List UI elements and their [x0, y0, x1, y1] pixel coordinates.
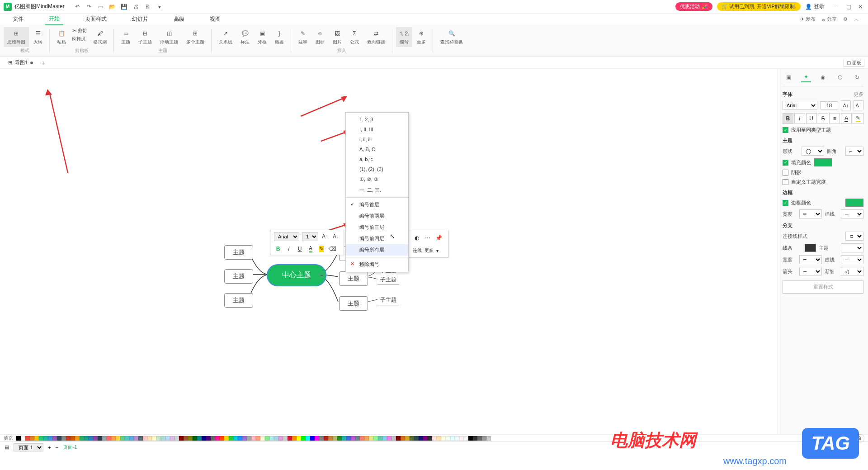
numbering-paren[interactable]: (1), (2), (3)	[346, 164, 408, 174]
number-level-3[interactable]: 编号前三层	[346, 222, 408, 233]
clear-format-button[interactable]: ⌫	[328, 245, 336, 253]
taper-select[interactable]: ◁	[841, 267, 863, 276]
copy-button[interactable]: ⎘拷贝	[71, 35, 89, 43]
color-cell[interactable]	[477, 436, 482, 441]
collapse-ribbon-button[interactable]: ︿	[854, 16, 859, 23]
color-cell[interactable]	[215, 436, 220, 441]
multi-topic-button[interactable]: ⊞多个主题	[183, 27, 208, 47]
topic-node[interactable]: 主题	[339, 296, 368, 311]
color-cell[interactable]	[193, 436, 197, 441]
color-cell[interactable]	[179, 436, 184, 441]
color-cell[interactable]	[30, 436, 34, 441]
topic-node[interactable]: 主题	[224, 293, 253, 308]
trial-expired-badge[interactable]: 🛒 试用已到期, 开通VIP解锁限制.	[717, 2, 801, 11]
color-cell[interactable]	[52, 436, 57, 441]
border-color-swatch[interactable]	[845, 199, 863, 207]
color-cell[interactable]	[373, 436, 378, 441]
color-cell[interactable]	[319, 436, 324, 441]
menu-view[interactable]: 视图	[206, 14, 224, 25]
color-cell[interactable]	[89, 436, 93, 441]
outline-mode-button[interactable]: ☰大纲	[30, 27, 46, 47]
italic-button[interactable]: I	[285, 245, 293, 253]
color-cell[interactable]	[251, 436, 256, 441]
color-cell[interactable]	[238, 436, 242, 441]
add-page-button[interactable]: +	[48, 445, 51, 450]
branch-width-select[interactable]: ━	[799, 255, 822, 264]
callout-button[interactable]: 💬标注	[237, 27, 253, 47]
shape-select[interactable]: ◯	[802, 147, 824, 156]
color-cell[interactable]	[360, 436, 364, 441]
share-button[interactable]: ∞分享	[822, 16, 837, 23]
open-button[interactable]: 📂	[109, 3, 116, 10]
paste-button[interactable]: 📋粘贴	[53, 27, 70, 47]
corner-select[interactable]: ⌐	[845, 147, 863, 156]
color-cell[interactable]	[410, 436, 414, 441]
number-all-levels[interactable]: 编号所有层	[346, 244, 408, 256]
close-button[interactable]: ✕	[858, 4, 864, 10]
number-level-1[interactable]: 编号首层	[346, 199, 408, 210]
bilink-button[interactable]: ⇄双向链接	[363, 27, 389, 47]
color-cell[interactable]	[364, 436, 369, 441]
color-cell[interactable]	[256, 436, 260, 441]
remove-numbering[interactable]: 移除编号	[346, 259, 408, 270]
undo-button[interactable]: ↶	[74, 3, 81, 10]
color-cell[interactable]	[116, 436, 120, 441]
color-cell[interactable]	[269, 436, 274, 441]
collapse-toggle[interactable]: −	[319, 272, 325, 278]
color-cell[interactable]	[369, 436, 373, 441]
image-button[interactable]: 🖼图片	[329, 27, 345, 47]
color-cell[interactable]	[419, 436, 423, 441]
color-cell[interactable]	[283, 436, 288, 441]
menu-slideshow[interactable]: 幻灯片	[128, 14, 152, 25]
color-cell[interactable]	[202, 436, 206, 441]
color-cell[interactable]	[84, 436, 89, 441]
color-cell[interactable]	[446, 436, 450, 441]
fill-color-swatch[interactable]	[814, 158, 832, 166]
color-cell[interactable]	[156, 436, 161, 441]
color-cell[interactable]	[233, 436, 238, 441]
color-cell[interactable]	[450, 436, 455, 441]
settings-button[interactable]: ⚙	[843, 16, 848, 22]
subtopic-node[interactable]: 子主题	[377, 275, 399, 285]
font-more[interactable]: 更多	[854, 91, 863, 98]
save-button[interactable]: 💾	[121, 3, 128, 10]
color-cell[interactable]	[143, 436, 147, 441]
panel-tab-history[interactable]: ↻	[852, 72, 862, 82]
number-level-2[interactable]: 编号前两层	[346, 210, 408, 222]
color-cell[interactable]	[405, 436, 410, 441]
align-button[interactable]: ≡	[829, 113, 840, 124]
numbering-chinese[interactable]: 一, 二, 三.	[346, 185, 408, 196]
page-select[interactable]: 页面-1	[14, 443, 43, 451]
border-dash-select[interactable]: ─	[841, 209, 863, 218]
branch-dash-select[interactable]: ─	[841, 255, 863, 264]
color-cell[interactable]	[315, 436, 319, 441]
color-cell[interactable]	[401, 436, 405, 441]
color-cell[interactable]	[310, 436, 315, 441]
numbering-i-ii-iii[interactable]: i, ii, iii	[346, 134, 408, 144]
fill-checkbox[interactable]: ✓	[783, 160, 788, 166]
color-cell[interactable]	[184, 436, 188, 441]
color-cell[interactable]	[229, 436, 233, 441]
summary-button[interactable]: }概要	[271, 27, 288, 47]
color-cell[interactable]	[34, 436, 39, 441]
panel-tab-layout[interactable]: ▣	[784, 72, 794, 82]
color-cell[interactable]	[247, 436, 251, 441]
color-cell[interactable]	[161, 436, 165, 441]
shadow-checkbox[interactable]	[783, 170, 788, 176]
color-cell[interactable]	[107, 436, 111, 441]
bold-button[interactable]: B	[274, 245, 282, 253]
page-tab[interactable]: 页面-1	[63, 444, 77, 451]
color-cell[interactable]	[468, 436, 473, 441]
add-tab-button[interactable]: +	[41, 59, 45, 66]
strike-button[interactable]: S	[818, 113, 829, 124]
color-cell[interactable]	[346, 436, 351, 441]
color-cell[interactable]	[93, 436, 98, 441]
reset-style-button[interactable]: 重置样式	[783, 280, 863, 294]
font-family-select[interactable]: Arial	[274, 232, 299, 241]
color-cell[interactable]	[265, 436, 269, 441]
subtopic-node[interactable]: 子主题	[377, 295, 399, 305]
color-cell[interactable]	[152, 436, 156, 441]
color-cell[interactable]	[288, 436, 292, 441]
color-cell[interactable]	[333, 436, 337, 441]
panel-tab-style[interactable]: ✦	[801, 72, 811, 82]
